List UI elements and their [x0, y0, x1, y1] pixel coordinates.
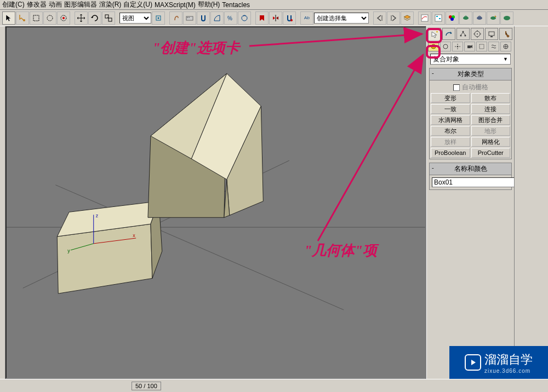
circle-select-button[interactable]: [43, 11, 56, 25]
hierarchy-tab[interactable]: [456, 28, 470, 40]
select-object-button[interactable]: [2, 11, 15, 25]
autogrid-label: 自动栅格: [462, 83, 488, 92]
geometry-subtab[interactable]: [428, 42, 439, 51]
render-frame-button[interactable]: [473, 11, 486, 25]
snap-button[interactable]: [197, 11, 210, 25]
pivot-button[interactable]: [152, 11, 165, 25]
utilities-tab[interactable]: [499, 28, 512, 40]
shapes-subtab[interactable]: [440, 42, 451, 51]
menu-modifier[interactable]: 修改器: [27, 0, 47, 9]
proboolean-button[interactable]: ProBoolean: [431, 148, 470, 158]
rect-select-button[interactable]: [30, 11, 43, 25]
material-editor-button[interactable]: [446, 11, 459, 25]
scale-button[interactable]: [102, 11, 115, 25]
spacewarps-subtab[interactable]: [488, 42, 499, 51]
svg-point-51: [431, 44, 436, 49]
collapse-icon: -: [432, 70, 434, 76]
render-button[interactable]: [500, 11, 513, 25]
dropdown-arrow-icon: ▼: [503, 56, 508, 62]
layers-button[interactable]: [401, 11, 414, 25]
cameras-subtab[interactable]: [464, 42, 475, 51]
helpers-subtab[interactable]: [476, 42, 487, 51]
svg-point-0: [23, 19, 25, 21]
menu-create[interactable]: 创建(C): [2, 0, 25, 9]
svg-point-13: [242, 15, 247, 21]
mesher-button[interactable]: 网格化: [471, 137, 511, 147]
object-name-input[interactable]: [432, 177, 518, 187]
fence-select-button[interactable]: [57, 11, 70, 25]
rollout-title-2: 名称和颜色: [454, 165, 487, 172]
viewport-canvas: x y z: [7, 27, 425, 375]
conform-button[interactable]: 一致: [431, 104, 470, 114]
lights-subtab[interactable]: [452, 42, 463, 51]
select-link-button[interactable]: [16, 11, 29, 25]
move-button[interactable]: [75, 11, 88, 25]
systems-subtab[interactable]: [500, 42, 511, 51]
connect-button[interactable]: 连接: [471, 104, 511, 114]
object-button-grid: 变形 散布 一致 连接 水滴网格 图形合并 布尔 地形 放样 网格化 ProBo…: [431, 93, 510, 158]
left-toolbar-gutter: [0, 26, 5, 379]
svg-point-53: [457, 46, 459, 48]
svg-rect-54: [467, 45, 471, 48]
svg-rect-1: [33, 15, 39, 21]
menu-tentacles[interactable]: Tentacles: [222, 1, 250, 9]
morph-button[interactable]: 变形: [431, 93, 470, 103]
create-subtabs: [427, 40, 514, 53]
menu-render[interactable]: 渲染(R): [99, 0, 122, 9]
menu-maxscript[interactable]: MAXScript(M): [155, 1, 196, 9]
svg-point-8: [158, 17, 159, 19]
scatter-button[interactable]: 散布: [471, 93, 511, 103]
autogrid-row: 自动栅格: [431, 82, 510, 93]
schematic-button[interactable]: [432, 11, 445, 25]
svg-text:x: x: [133, 233, 135, 238]
procutter-button[interactable]: ProCutter: [471, 148, 511, 158]
collapse-icon: -: [432, 164, 434, 171]
terrain-button[interactable]: 地形: [471, 126, 511, 136]
angle-snap-button[interactable]: [210, 11, 224, 25]
viewport[interactable]: x y z: [5, 26, 426, 379]
align-button[interactable]: [283, 11, 296, 25]
watermark: 溜溜自学 zixue.3d66.com: [449, 346, 548, 379]
spinner-snap-button[interactable]: [238, 11, 251, 25]
category-dropdown[interactable]: 复合对象 ▼: [430, 54, 511, 65]
nav-from-button[interactable]: [373, 11, 386, 25]
frame-indicator[interactable]: 50 / 100: [132, 382, 161, 390]
render-setup-button[interactable]: [459, 11, 472, 25]
display-tab[interactable]: [485, 28, 498, 40]
rollout-header[interactable]: - 对象类型: [430, 68, 511, 80]
motion-tab[interactable]: [471, 28, 484, 40]
menu-help[interactable]: 帮助(H): [198, 0, 220, 9]
menu-graph[interactable]: 图形编辑器: [64, 0, 97, 9]
menu-custom[interactable]: 自定义(U): [123, 0, 152, 9]
ref-coord-dropdown[interactable]: 视图: [119, 13, 151, 24]
named-sel-button[interactable]: [255, 11, 269, 25]
svg-text:y: y: [67, 248, 70, 253]
rollout-header-2[interactable]: - 名称和颜色: [430, 163, 511, 175]
name-color-rollout: - 名称和颜色: [429, 163, 512, 190]
blobmesh-button[interactable]: 水滴网格: [431, 115, 470, 125]
command-panel: 复合对象 ▼ - 对象类型 自动栅格 变形 散布 一致 连接 水滴网格 图形: [426, 26, 514, 379]
selection-set-dropdown[interactable]: 创建选择集: [314, 13, 369, 24]
mirror-button[interactable]: [269, 11, 282, 25]
keyboard-button[interactable]: [183, 11, 196, 25]
rotate-button[interactable]: [88, 11, 101, 25]
category-label: 复合对象: [433, 55, 459, 64]
svg-point-4: [62, 17, 65, 19]
layer-button[interactable]: Ab: [300, 11, 313, 25]
nav-to-button[interactable]: [387, 11, 400, 25]
autogrid-checkbox[interactable]: [453, 84, 460, 91]
boolean-button[interactable]: 布尔: [431, 126, 470, 136]
loft-button[interactable]: 放样: [431, 137, 470, 147]
svg-rect-10: [187, 17, 188, 18]
manipulate-button[interactable]: [169, 11, 182, 25]
quick-render-button[interactable]: [487, 11, 500, 25]
percent-snap-button[interactable]: %: [224, 11, 237, 25]
svg-point-25: [504, 16, 510, 20]
menu-anim[interactable]: 动画: [49, 0, 62, 9]
shapemerge-button[interactable]: 图形合并: [471, 115, 511, 125]
create-tab[interactable]: [428, 28, 441, 40]
curve-editor-button[interactable]: [418, 11, 431, 25]
modify-tab[interactable]: [442, 28, 455, 40]
menubar: 创建(C) 修改器 动画 图形编辑器 渲染(R) 自定义(U) MAXScrip…: [0, 0, 548, 10]
svg-point-47: [477, 33, 478, 34]
